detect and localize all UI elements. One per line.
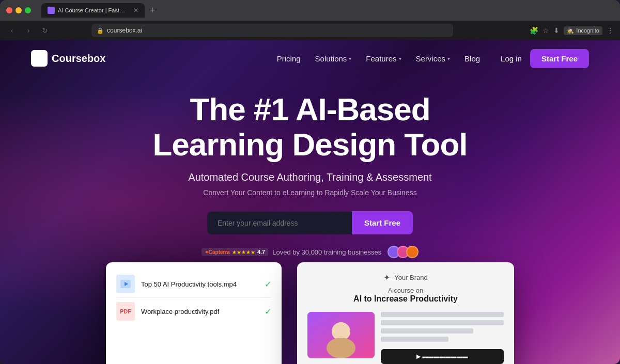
url-bar[interactable]: 🔒 coursebox.ai bbox=[91, 24, 453, 37]
back-button[interactable]: ‹ bbox=[6, 26, 18, 35]
refresh-button[interactable]: ↻ bbox=[39, 26, 51, 35]
tab-close-icon[interactable]: ✕ bbox=[133, 7, 138, 14]
file-upload-card: Top 50 AI Productivity tools.mp4 ✓ PDF W… bbox=[106, 262, 282, 364]
social-proof: ✦Capterra ★★★★★ 4.7 Loved by 30,000 trai… bbox=[10, 246, 610, 258]
maximize-button[interactable] bbox=[25, 7, 31, 13]
browser-actions: 🧩 ☆ ⬇ 🕵 Incognito ⋮ bbox=[530, 26, 614, 35]
file-item-2: PDF Workplace productivity.pdf ✓ bbox=[116, 297, 271, 325]
hero-start-free-button[interactable]: Start Free bbox=[352, 211, 413, 234]
title-bar: AI Course Creator | Faster ar... ✕ + bbox=[0, 0, 620, 21]
logo[interactable]: Coursebox bbox=[31, 50, 105, 67]
mp4-file-icon bbox=[116, 275, 135, 293]
course-title-area: A course on AI to Increase Productivity bbox=[307, 287, 504, 304]
svg-point-7 bbox=[327, 338, 355, 358]
nav-services[interactable]: Services ▾ bbox=[416, 54, 451, 63]
website-content: Coursebox Pricing Solutions ▾ Features ▾… bbox=[0, 40, 620, 364]
preview-section: Top 50 AI Productivity tools.mp4 ✓ PDF W… bbox=[0, 262, 620, 364]
capterra-stars: ★★★★★ bbox=[232, 249, 255, 255]
hero-title: The #1 AI-Based Learning Design Tool bbox=[10, 92, 610, 162]
svg-rect-2 bbox=[37, 54, 42, 58]
avatar-3 bbox=[406, 246, 419, 258]
nav-solutions[interactable]: Solutions ▾ bbox=[315, 54, 352, 63]
brand-label: Your Brand bbox=[394, 274, 428, 281]
pdf-file-icon: PDF bbox=[116, 302, 135, 321]
file-1-name: Top 50 AI Productivity tools.mp4 bbox=[141, 280, 258, 288]
minimize-button[interactable] bbox=[16, 7, 22, 13]
main-nav: Coursebox Pricing Solutions ▾ Features ▾… bbox=[0, 40, 620, 76]
course-preview-card: ✦ Your Brand A course on AI to Increase … bbox=[297, 262, 514, 364]
extensions-icon[interactable]: 🧩 bbox=[530, 26, 538, 35]
brand-icon: ✦ bbox=[383, 273, 390, 282]
incognito-label: Incognito bbox=[576, 27, 599, 34]
logo-text: Coursebox bbox=[52, 53, 105, 65]
content-line-2 bbox=[381, 320, 504, 325]
active-tab[interactable]: AI Course Creator | Faster ar... ✕ bbox=[41, 3, 145, 18]
hero-description: Convert Your Content to eLearning to Rap… bbox=[10, 188, 610, 197]
capterra-logo: ✦Capterra bbox=[205, 249, 230, 255]
nav-pricing[interactable]: Pricing bbox=[277, 54, 301, 63]
download-icon[interactable]: ⬇ bbox=[553, 26, 560, 35]
brand-header: ✦ Your Brand bbox=[307, 273, 504, 282]
course-title: AI to Increase Productivity bbox=[307, 294, 504, 304]
incognito-badge: 🕵 Incognito bbox=[564, 26, 602, 35]
address-bar: ‹ › ↻ 🔒 coursebox.ai 🧩 ☆ ⬇ 🕵 Incognito ⋮ bbox=[0, 21, 620, 40]
file-item-1: Top 50 AI Productivity tools.mp4 ✓ bbox=[116, 271, 271, 297]
close-button[interactable] bbox=[6, 7, 12, 13]
new-tab-button[interactable]: + bbox=[147, 5, 159, 16]
check-icon-1: ✓ bbox=[265, 279, 271, 289]
nav-start-free-button[interactable]: Start Free bbox=[530, 49, 589, 68]
menu-icon[interactable]: ⋮ bbox=[607, 26, 614, 35]
content-line-3 bbox=[381, 328, 473, 334]
features-chevron-icon: ▾ bbox=[399, 56, 401, 61]
social-proof-label: Loved by 30,000 training businesses bbox=[272, 248, 381, 256]
nav-actions: Log in Start Free bbox=[501, 49, 589, 68]
url-text: coursebox.ai bbox=[107, 27, 142, 34]
hero-cta: Start Free bbox=[10, 211, 610, 234]
course-lines: ▶ ▬▬▬▬▬▬▬▬ bbox=[381, 312, 504, 364]
hero-section: The #1 AI-Based Learning Design Tool Aut… bbox=[0, 76, 620, 258]
capterra-badge: ✦Capterra ★★★★★ 4.7 bbox=[202, 248, 268, 256]
hero-subtitle: Automated Course Authoring, Training & A… bbox=[10, 171, 610, 183]
file-2-name: Workplace productivity.pdf bbox=[141, 308, 258, 315]
content-line-4 bbox=[381, 337, 448, 342]
browser-frame: AI Course Creator | Faster ar... ✕ + ‹ ›… bbox=[0, 0, 620, 364]
course-thumbnail bbox=[307, 312, 375, 358]
nav-features[interactable]: Features ▾ bbox=[366, 54, 401, 63]
tab-favicon bbox=[48, 7, 55, 14]
nav-blog[interactable]: Blog bbox=[464, 54, 480, 63]
login-button[interactable]: Log in bbox=[501, 54, 522, 63]
bookmark-icon[interactable]: ☆ bbox=[542, 26, 549, 35]
content-line-1 bbox=[381, 312, 504, 317]
services-chevron-icon: ▾ bbox=[447, 56, 450, 61]
capterra-score: 4.7 bbox=[257, 249, 265, 255]
logo-icon bbox=[31, 50, 48, 67]
course-subtitle: A course on bbox=[307, 287, 504, 294]
incognito-icon: 🕵 bbox=[567, 27, 574, 34]
tab-bar: AI Course Creator | Faster ar... ✕ + bbox=[41, 3, 614, 18]
nav-links: Pricing Solutions ▾ Features ▾ Services … bbox=[277, 54, 480, 63]
course-content: ▶ ▬▬▬▬▬▬▬▬ bbox=[307, 312, 504, 364]
avatar-group bbox=[388, 246, 419, 258]
course-action-btn[interactable]: ▶ ▬▬▬▬▬▬▬▬ bbox=[381, 349, 504, 364]
forward-button[interactable]: › bbox=[23, 26, 34, 35]
lock-icon: 🔒 bbox=[97, 27, 104, 34]
solutions-chevron-icon: ▾ bbox=[349, 56, 351, 61]
check-icon-2: ✓ bbox=[265, 307, 271, 316]
traffic-lights bbox=[6, 7, 31, 13]
email-input[interactable] bbox=[207, 212, 352, 234]
tab-title: AI Course Creator | Faster ar... bbox=[58, 7, 128, 13]
